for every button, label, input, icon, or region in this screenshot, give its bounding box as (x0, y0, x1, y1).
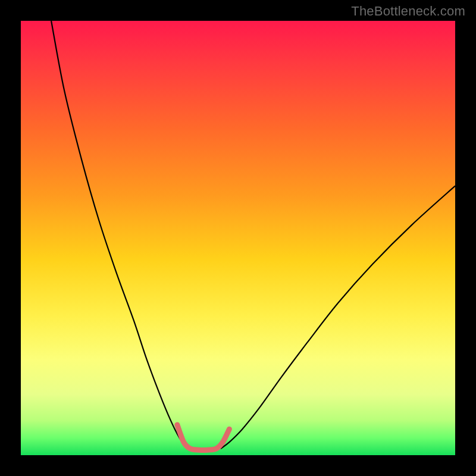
curve-left-arm (51, 21, 190, 449)
curve-right-arm (221, 186, 455, 449)
curve-layer (21, 21, 455, 455)
valley-highlight (177, 425, 230, 450)
plot-area (21, 21, 455, 455)
watermark-text: TheBottleneck.com (351, 4, 465, 19)
